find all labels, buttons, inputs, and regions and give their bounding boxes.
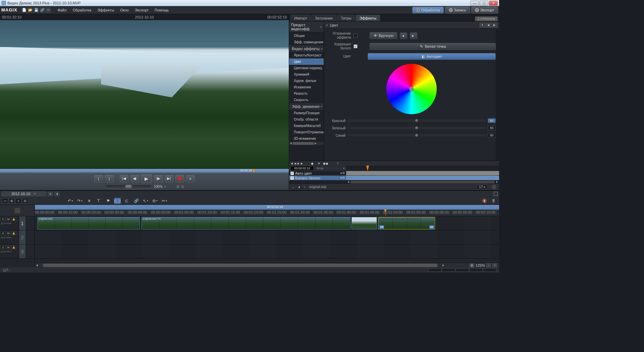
new-icon[interactable]: 📄 xyxy=(21,7,27,13)
apply-left-button[interactable]: ◄ xyxy=(400,33,407,39)
menu-help[interactable]: Помощь xyxy=(152,7,172,13)
split-button[interactable]: ✂▾ xyxy=(161,198,168,204)
delete-button[interactable]: ✕ xyxy=(86,198,93,204)
mode-multi-icon[interactable]: ⊟ xyxy=(22,198,28,204)
kf-zoom-icon[interactable]: ◆◆ xyxy=(323,161,328,166)
title-button[interactable]: T xyxy=(95,198,102,204)
slider-green[interactable] xyxy=(347,127,486,129)
tree-category[interactable]: Эфф. движения xyxy=(289,103,324,110)
kf-check-icon[interactable]: ✓ xyxy=(290,176,294,180)
link-button[interactable]: 🔗 xyxy=(133,198,140,204)
tree-item-color[interactable]: Цвет xyxy=(289,58,324,65)
keyframe-ruler[interactable] xyxy=(346,166,499,171)
preset-prev[interactable]: ◀ xyxy=(486,23,491,28)
tree-item[interactable]: Цветовая коррекц xyxy=(289,65,324,71)
kf-hscroll[interactable]: ◀▶ xyxy=(346,180,499,184)
timeline-hscroll[interactable]: ◀▶ ⊞ 125% − + xyxy=(35,263,499,267)
track-mute[interactable]: M xyxy=(6,231,11,235)
track-mute[interactable]: M xyxy=(6,217,11,221)
tree-item[interactable]: Эфф. совмещения xyxy=(289,39,324,45)
tree-item[interactable]: Худож. фильм xyxy=(289,78,324,84)
kf-add-icon[interactable]: ◆ xyxy=(310,161,315,166)
timeline-ruler[interactable]: 00:00:00:0000:00:10:0000:00:20:0000:00:3… xyxy=(35,210,499,216)
tree-item[interactable]: Общие xyxy=(289,33,324,39)
kf-del-icon[interactable]: ✕ xyxy=(317,161,321,166)
mode-record[interactable]: Запись xyxy=(445,7,470,13)
preview-scrubber[interactable]: 02:52:19 xyxy=(0,169,289,173)
timeline-clip[interactable]: original.mts Авто цвет Баланс б…ABAB xyxy=(378,217,435,229)
track-solo[interactable]: S xyxy=(1,245,5,249)
tree-item[interactable]: Камера/Масштаб xyxy=(289,123,324,129)
save-icon[interactable]: 💾 xyxy=(34,7,39,13)
scrub-playhead-icon[interactable] xyxy=(253,169,255,173)
menu-export[interactable]: Экспорт xyxy=(132,7,151,13)
marker-button[interactable]: ⚑ xyxy=(105,198,111,204)
tree-item[interactable]: Яркость/Контраст xyxy=(289,52,324,58)
effect-vscroll[interactable] xyxy=(496,29,499,161)
close-button[interactable]: ✕ xyxy=(489,1,498,6)
add-tab-button[interactable]: + xyxy=(48,191,53,196)
timeline-playhead[interactable] xyxy=(385,210,386,216)
slider-red-value[interactable]: 50 xyxy=(488,118,496,123)
mark-in-button[interactable]: { xyxy=(94,175,103,182)
kf-lane[interactable] xyxy=(346,171,499,176)
timeline-clip[interactable]: original.mts xyxy=(38,217,140,229)
jog-wheel[interactable] xyxy=(105,184,152,189)
keyframe-block-dropdown[interactable]: ▾ xyxy=(343,167,345,170)
kf-track-whitebalance[interactable]: ✓ Баланс белого ▾ ⊟ xyxy=(289,176,346,180)
track-mute[interactable]: M xyxy=(6,245,11,249)
timeline-maximize-icon[interactable] xyxy=(494,192,498,196)
zoom-in-icon[interactable]: + xyxy=(492,263,497,267)
zoom-fit-icon[interactable]: ⊞ xyxy=(470,263,474,267)
kf-check-icon[interactable]: ✓ xyxy=(290,172,294,175)
zoom-out-icon[interactable]: − xyxy=(486,263,491,267)
kf-prev-icon[interactable]: ◄◄ xyxy=(291,161,296,166)
timeline-track-1[interactable]: original.mtsoriginal.mts TSoriginal. m.o… xyxy=(35,216,499,230)
kf-track-autocolor[interactable]: ✓ Авто цвет ▾ ⊟ xyxy=(289,171,346,176)
manual-button[interactable]: 👁Вручную xyxy=(370,32,397,39)
whitepoint-button[interactable]: ✎Белая точка xyxy=(370,43,496,50)
track-lock-icon[interactable]: 🔒 xyxy=(11,217,16,221)
open-icon[interactable]: 📂 xyxy=(28,7,33,13)
tool2-icon[interactable]: ✂ xyxy=(46,7,51,13)
navbar-expand-icon[interactable]: ⌄ xyxy=(292,185,294,189)
ungroup-button[interactable]: ⊏ xyxy=(123,198,130,204)
gear-icon[interactable] xyxy=(492,185,496,189)
tab-titles[interactable]: Титры xyxy=(337,15,355,21)
timeline-track-3[interactable] xyxy=(35,245,499,259)
timeline-clip[interactable]: original. m. xyxy=(352,217,377,229)
prev-frame-button[interactable]: ◀| xyxy=(130,175,139,182)
play-button[interactable]: ▶ xyxy=(141,174,152,183)
kf-playhead-icon[interactable] xyxy=(366,166,369,171)
panel-collapse-icon[interactable]: « xyxy=(326,23,328,27)
apply-right-button[interactable]: ► xyxy=(410,33,417,39)
slider-green-value[interactable]: 50 xyxy=(488,126,496,130)
effect-tree-header[interactable]: Предуст. видеоэфф. xyxy=(289,21,324,33)
tool1-icon[interactable]: 🔗 xyxy=(40,7,45,13)
mouse-mode-button[interactable]: ↖▾ xyxy=(142,198,149,204)
correction-checkbox[interactable]: ✓ xyxy=(354,44,358,48)
tree-item[interactable]: Искажение xyxy=(289,84,324,90)
kf-lane[interactable] xyxy=(346,176,499,180)
mute-icon[interactable]: 🔇 xyxy=(481,198,488,204)
remove-effect-checkbox[interactable] xyxy=(354,34,358,38)
autocolor-button[interactable]: ◧Автоцвет xyxy=(368,53,496,60)
track-header-2[interactable]: S M 🔒 Дорожка 2 xyxy=(0,230,35,245)
slider-blue-value[interactable]: 50 xyxy=(488,133,496,138)
menu-window[interactable]: Окно xyxy=(117,7,131,13)
tree-item[interactable]: 3D-искажение xyxy=(289,135,324,142)
mode-timeline-icon[interactable]: ≡ xyxy=(15,198,21,204)
tree-item[interactable]: Поворот/Отражени xyxy=(289,129,324,135)
color-wheel-handle[interactable] xyxy=(410,87,413,91)
tree-item[interactable]: Отобр. области xyxy=(289,116,324,123)
group-button[interactable]: ⊏⊐ xyxy=(114,198,121,204)
tree-hscroll[interactable]: ◀▶ xyxy=(289,142,324,145)
tab-effects[interactable]: Эффекты xyxy=(356,15,380,21)
timeline-range-bar[interactable]: 00:02:52:19 xyxy=(35,205,499,210)
menu-file[interactable]: Файл xyxy=(55,7,69,13)
preview-viewport[interactable] xyxy=(0,20,289,169)
catooon-badge[interactable]: CATOOON xyxy=(475,16,498,21)
record-button[interactable] xyxy=(175,175,184,182)
minimize-button[interactable]: — xyxy=(470,1,479,6)
tree-item[interactable]: Размер/Позиция xyxy=(289,110,324,116)
